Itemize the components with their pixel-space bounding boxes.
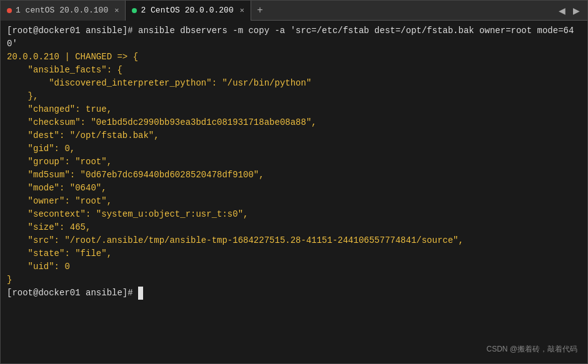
terminal-line: "secontext": "system_u:object_r:usr_t:s0… bbox=[7, 208, 581, 221]
tab-2[interactable]: 2 CentOS 20.0.0.200 ✕ bbox=[126, 1, 251, 21]
tab1-dot bbox=[7, 8, 12, 13]
terminal-prompt-line: [root@docker01 ansible]# bbox=[7, 287, 581, 300]
terminal-line: "size": 465, bbox=[7, 221, 581, 234]
terminal-line: "discovered_interpreter_python": "/usr/b… bbox=[7, 77, 581, 90]
tab-1[interactable]: 1 centOS 20.0.0.100 ✕ bbox=[1, 1, 126, 21]
tab-next-button[interactable]: ▶ bbox=[571, 4, 582, 17]
tab-add-button[interactable]: + bbox=[251, 1, 269, 21]
terminal-line: "mode": "0640", bbox=[7, 182, 581, 195]
terminal-window: 1 centOS 20.0.0.100 ✕ 2 CentOS 20.0.0.20… bbox=[0, 0, 588, 364]
terminal-line: "uid": 0 bbox=[7, 260, 581, 273]
terminal-line: "dest": "/opt/fstab.bak", bbox=[7, 129, 581, 142]
terminal-line: "gid": 0, bbox=[7, 142, 581, 155]
tab2-label: 2 CentOS 20.0.0.200 bbox=[141, 6, 233, 15]
terminal-line: "checksum": "0e1bd5dc2990bb93ea3bd1c0819… bbox=[7, 116, 581, 129]
terminal-line: "group": "root", bbox=[7, 155, 581, 169]
tab2-dot bbox=[132, 8, 137, 13]
tab2-close[interactable]: ✕ bbox=[240, 6, 244, 15]
tab1-label: 1 centOS 20.0.0.100 bbox=[16, 6, 108, 15]
terminal-line: "md5sum": "0d67eb7dc69440bd6028520478df9… bbox=[7, 169, 581, 182]
terminal-content[interactable]: [root@docker01 ansible]# ansible dbserve… bbox=[1, 21, 587, 363]
tab-bar: 1 centOS 20.0.0.100 ✕ 2 CentOS 20.0.0.20… bbox=[1, 1, 587, 21]
watermark: CSDN @搬着砖，敲着代码 bbox=[486, 343, 577, 355]
terminal-line: "changed": true, bbox=[7, 103, 581, 116]
terminal-line: } bbox=[7, 273, 581, 287]
terminal-line: "owner": "root", bbox=[7, 195, 581, 208]
tab1-close[interactable]: ✕ bbox=[114, 6, 119, 15]
terminal-line: "ansible_facts": { bbox=[7, 64, 581, 77]
terminal-line: [root@docker01 ansible]# ansible dbserve… bbox=[7, 24, 581, 51]
terminal-line: "src": "/root/.ansible/tmp/ansible-tmp-1… bbox=[7, 234, 581, 247]
terminal-line: "state": "file", bbox=[7, 247, 581, 260]
tab-prev-button[interactable]: ◀ bbox=[556, 4, 568, 17]
tab-navigation: ◀ ▶ bbox=[556, 4, 587, 17]
terminal-line: }, bbox=[7, 90, 581, 103]
terminal-line: 20.0.0.210 | CHANGED => { bbox=[7, 51, 581, 64]
